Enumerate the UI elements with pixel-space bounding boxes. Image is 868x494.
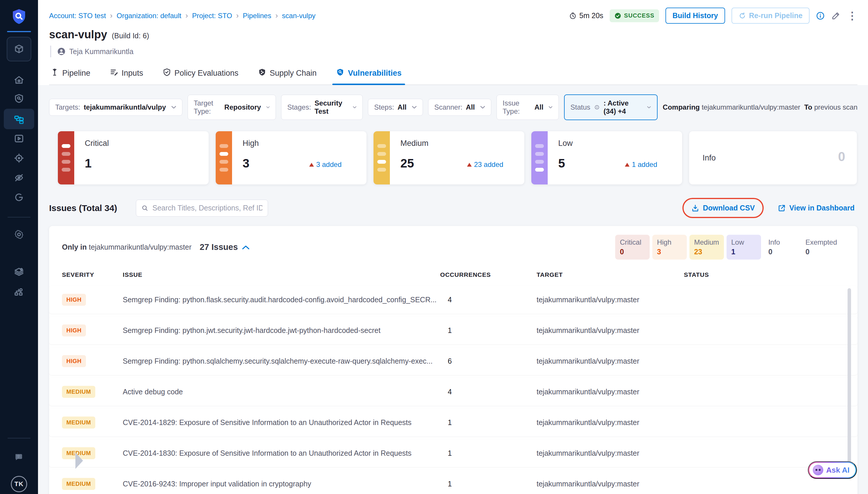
issues-search[interactable]: [136, 200, 268, 216]
filter-status[interactable]: Status: Active (34) +4: [564, 94, 658, 120]
issue-title: Semgrep Finding: python.sqlalchemy.secur…: [123, 357, 440, 365]
module-selector-button[interactable]: [0, 37, 38, 61]
severity-card-low[interactable]: Low 5 1 added: [531, 131, 682, 185]
issue-row[interactable]: HIGH Semgrep Finding: python.jwt.securit…: [49, 317, 857, 344]
page-title: scan-vulpy: [49, 28, 107, 41]
ai-bot-icon: [813, 465, 823, 475]
breadcrumb-item[interactable]: Project: STO: [192, 12, 232, 20]
severity-card-medium[interactable]: Medium 25 23 added: [373, 131, 524, 185]
kebab-menu-icon[interactable]: ⋮: [847, 11, 857, 21]
severity-card-critical[interactable]: Critical 1: [58, 131, 209, 185]
group-issue-count: 27 Issues: [199, 242, 238, 252]
download-icon: [691, 204, 699, 212]
build-history-button[interactable]: Build History: [666, 7, 725, 24]
search-icon: [141, 204, 149, 212]
summary-chip-high: High3: [652, 235, 687, 260]
sidebar-item-default-settings[interactable]: [0, 265, 38, 278]
tab-policy-evaluations[interactable]: Policy Evaluations: [161, 65, 240, 84]
severity-card-label: Low: [558, 139, 573, 148]
breadcrumb-item[interactable]: Pipelines: [243, 12, 271, 20]
severity-badge: HIGH: [62, 294, 86, 306]
view-in-dashboard-button[interactable]: View in Dashboard: [778, 204, 854, 212]
chevron-down-icon: [353, 106, 356, 109]
download-csv-button[interactable]: Download CSV: [691, 204, 755, 212]
sidebar-item-pipelines[interactable]: [0, 113, 38, 126]
breadcrumb-separator: ›: [110, 11, 113, 20]
sidebar-item-exemptions[interactable]: [0, 191, 38, 204]
issue-row[interactable]: MEDIUM CVE-2014-1829: Exposure of Sensit…: [49, 408, 857, 436]
summary-chip-medium: Medium23: [690, 235, 724, 260]
build-author: Teja Kummarikuntla: [50, 45, 857, 57]
severity-gauge-pill: [62, 152, 71, 156]
check-circle-icon: [614, 12, 621, 19]
breadcrumb: Account: STO test›Organization: default›…: [49, 11, 316, 20]
sidebar-item-executions[interactable]: [0, 132, 38, 145]
tab-supply-chain[interactable]: Supply Chain: [256, 65, 318, 84]
help-button[interactable]: ?: [0, 450, 38, 464]
issue-row[interactable]: MEDIUM Active debug code 4 tejakummariku…: [49, 378, 857, 406]
tab-pipeline[interactable]: Pipeline: [49, 65, 92, 84]
severity-gauge-pill: [62, 168, 71, 172]
filter-steps[interactable]: Steps:All: [368, 99, 423, 116]
vulnerabilities-shield-icon: [336, 68, 345, 79]
chevron-down-icon: [647, 106, 651, 109]
issue-row[interactable]: MEDIUM CVE-2014-1830: Exposure of Sensit…: [49, 439, 857, 467]
info-icon[interactable]: [816, 12, 825, 20]
column-header-target: TARGET: [537, 271, 684, 278]
sidebar-divider: [7, 217, 31, 217]
sidebar-item-home[interactable]: [0, 74, 38, 87]
column-header-issue: ISSUE: [123, 271, 440, 278]
severity-card-label: High: [243, 139, 259, 148]
chevron-down-icon: [548, 106, 552, 109]
module-cube-icon: [7, 37, 31, 61]
summary-chip-low: Low1: [727, 235, 761, 260]
search-input[interactable]: [153, 204, 263, 212]
severity-color-bar: [373, 131, 390, 185]
severity-gauge-pill: [62, 160, 71, 164]
occurrences-count: 4: [440, 296, 537, 304]
user-icon: [57, 47, 66, 56]
tab-inputs[interactable]: Inputs: [109, 65, 144, 84]
severity-card-high[interactable]: High 3 3 added: [216, 131, 366, 185]
sidebar-item-hide-issues[interactable]: [0, 171, 38, 184]
only-in-label: Only in tejakummarikuntla/vulpy:master: [62, 243, 191, 251]
sidebar-item-settings[interactable]: [0, 228, 38, 241]
breadcrumb-separator: ›: [275, 11, 278, 20]
severity-gauge-pill: [219, 168, 228, 172]
issue-target: tejakummarikuntla/vulpy:master: [537, 480, 684, 488]
filter-targets[interactable]: Targets:tejakummarikuntla/vulpy: [49, 99, 182, 116]
edit-pencil-icon[interactable]: [831, 11, 841, 20]
issues-group-header: Only in tejakummarikuntla/vulpy:master 2…: [49, 226, 857, 260]
tab-vulnerabilities[interactable]: Vulnerabilities: [335, 65, 403, 84]
breadcrumb-item[interactable]: Account: STO test: [49, 12, 106, 20]
issues-table: HIGH Semgrep Finding: python.flask.secur…: [49, 286, 857, 494]
occurrences-count: 4: [440, 387, 537, 396]
rerun-pipeline-button[interactable]: Re-run Pipeline: [732, 7, 810, 24]
issue-target: tejakummarikuntla/vulpy:master: [537, 387, 684, 396]
issue-row[interactable]: HIGH Semgrep Finding: python.sqlalchemy.…: [49, 347, 857, 375]
filter-stages[interactable]: Stages:Security Test: [281, 95, 363, 120]
issue-row[interactable]: HIGH Semgrep Finding: python.flask.secur…: [49, 286, 857, 314]
occurrences-count: 1: [440, 326, 537, 335]
table-scrollbar[interactable]: [848, 288, 851, 462]
clock-icon: [569, 12, 577, 20]
severity-card-count: 3: [243, 156, 249, 170]
severity-card-info[interactable]: Info0: [689, 131, 857, 185]
sidebar-expand-handle[interactable]: [75, 453, 83, 469]
user-avatar[interactable]: TK: [0, 475, 38, 493]
filter-target-type[interactable]: Target Type:Repository: [188, 95, 276, 120]
issue-title: CVE-2016-9243: Improper input validation…: [123, 480, 440, 488]
filter-scanner[interactable]: Scanner:All: [428, 99, 491, 116]
inputs-icon: [110, 68, 118, 79]
sidebar-item-org-settings[interactable]: [0, 286, 38, 299]
severity-gauge-pill: [377, 144, 386, 148]
sidebar-item-overview[interactable]: [0, 92, 38, 105]
issues-toolbar: Issues (Total 34) Download CSV View in D…: [49, 198, 857, 218]
filter-issue-type[interactable]: Issue Type:All: [497, 95, 559, 120]
breadcrumb-item[interactable]: Organization: default: [117, 12, 181, 20]
breadcrumb-item[interactable]: scan-vulpy: [282, 12, 316, 20]
issue-row[interactable]: MEDIUM CVE-2016-9243: Improper input val…: [49, 470, 857, 494]
sidebar-item-targets[interactable]: [0, 152, 38, 165]
collapse-chevron-icon[interactable]: [242, 245, 250, 250]
ask-ai-button[interactable]: Ask AI: [808, 461, 857, 479]
